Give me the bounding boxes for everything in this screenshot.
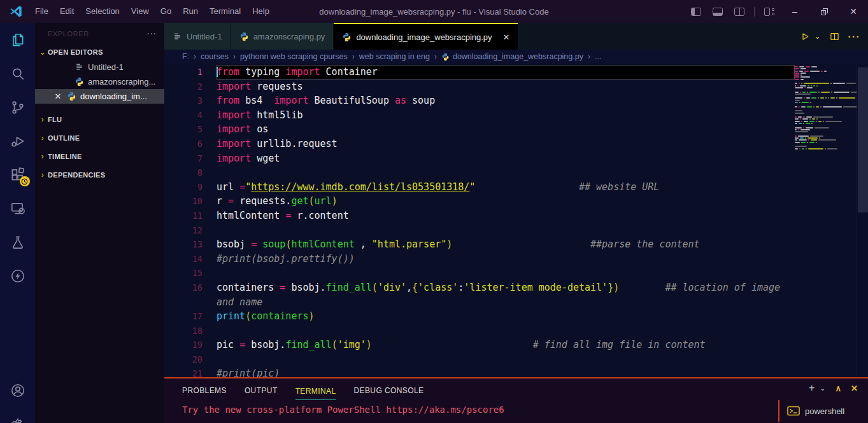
menu-terminal[interactable]: Terminal: [204, 0, 246, 23]
code-line: 5import os: [164, 122, 795, 137]
extensions-icon[interactable]: [8, 166, 27, 184]
panel-tab-terminal[interactable]: TERMINAL: [295, 387, 336, 400]
settings-icon[interactable]: [8, 415, 27, 423]
open-editor-item[interactable]: Untitled-1: [35, 60, 164, 74]
code-line-text: [217, 165, 795, 180]
editor-tab[interactable]: downloading_image_websracping.py✕: [334, 23, 518, 50]
sidebar-more-icon[interactable]: ⋯: [146, 28, 157, 39]
minimap-line: [795, 79, 857, 80]
open-editors-list: Untitled-1amazonscraping...✕downloading_…: [35, 60, 164, 104]
code-line-text: containers = bsobj.find_all('div',{'clas…: [217, 281, 795, 295]
minimap[interactable]: [795, 66, 857, 150]
menu-view[interactable]: View: [125, 0, 155, 23]
close-panel-icon[interactable]: ✕: [851, 384, 858, 392]
line-number: 15: [164, 266, 217, 281]
close-icon[interactable]: ✕: [503, 32, 510, 42]
code-line: and name: [164, 295, 795, 310]
code-area[interactable]: 1from typing import Container2import req…: [164, 65, 795, 377]
open-editors-header[interactable]: ⌄ OPEN EDITORS: [35, 45, 164, 60]
split-editor-icon[interactable]: [829, 31, 840, 42]
thunder-icon[interactable]: [8, 267, 27, 285]
panel-tab-debug-console[interactable]: DEBUG CONSOLE: [354, 386, 424, 400]
open-editor-item[interactable]: amazonscraping...: [35, 74, 164, 89]
menu-run[interactable]: Run: [177, 0, 204, 23]
minimap-line: [795, 148, 857, 149]
minimap-line: [795, 81, 857, 82]
minimap-line: [795, 89, 857, 90]
panel-tab-problems[interactable]: PROBLEMS: [182, 386, 227, 400]
breadcrumb-label: courses: [201, 52, 229, 61]
testing-icon[interactable]: [8, 233, 27, 251]
menu-selection[interactable]: Selection: [80, 0, 125, 23]
close-window-button[interactable]: ✕: [839, 0, 868, 23]
breadcrumb-item[interactable]: downloading_image_websracping.py: [441, 52, 583, 61]
minimap-line: [795, 144, 857, 145]
terminal-dropdown-chevron-icon[interactable]: ⌄: [820, 385, 825, 392]
open-editors-label: OPEN EDITORS: [48, 48, 103, 56]
editor-scrollbar[interactable]: [857, 64, 868, 377]
menu-file[interactable]: File: [29, 0, 54, 23]
panel-tab-output[interactable]: OUTPUT: [245, 386, 278, 400]
breadcrumb-item[interactable]: F:: [182, 52, 189, 61]
run-dropdown-chevron-icon[interactable]: ⌄: [814, 32, 820, 41]
terminal-body[interactable]: Try the new cross-platform PowerShell ht…: [164, 400, 868, 423]
code-line-text: [217, 266, 795, 281]
code-line: 7import wget: [164, 151, 795, 166]
editor-more-actions-icon[interactable]: ···: [848, 31, 861, 42]
explorer-icon[interactable]: [8, 31, 27, 49]
titlebar-left: FileEditSelectionViewGoRunTerminalHelp: [0, 0, 275, 23]
minimize-button[interactable]: –: [780, 0, 809, 23]
minimap-line: [795, 135, 857, 137]
code-line: 9url ="https://www.imdb.com/list/ls05350…: [164, 180, 795, 195]
minimap-line: [795, 116, 857, 118]
open-editor-item[interactable]: ✕downloading_im...: [35, 89, 164, 104]
menu-edit[interactable]: Edit: [54, 0, 80, 23]
menu-go[interactable]: Go: [155, 0, 177, 23]
scrollbar-slider[interactable]: [858, 67, 868, 212]
code-line: 21#print(pic): [164, 366, 795, 377]
close-icon[interactable]: ✕: [53, 92, 63, 101]
section-flu[interactable]: ›FLU: [35, 111, 164, 128]
line-number: 21: [164, 366, 217, 377]
minimap-line: [795, 134, 857, 135]
terminal-list-item[interactable]: powershell: [778, 400, 868, 422]
run-button[interactable]: [800, 31, 811, 42]
toggle-secondary-sidebar-icon[interactable]: [734, 8, 744, 16]
minimap-line: [795, 131, 857, 132]
account-icon[interactable]: [8, 382, 27, 399]
source-control-icon[interactable]: [8, 99, 27, 116]
minimap-line: [795, 100, 857, 101]
breadcrumb-item[interactable]: courses: [201, 52, 229, 61]
code-line-text: #print(pic): [217, 366, 795, 377]
minimap-line: [795, 92, 857, 93]
minimap-line: [795, 121, 857, 122]
minimap-line: [795, 76, 857, 78]
restore-button[interactable]: [809, 0, 839, 23]
toggle-panel-icon[interactable]: [713, 8, 723, 16]
maximize-panel-icon[interactable]: ∧: [836, 384, 842, 392]
section-dependencies[interactable]: ›DEPENDENCIES: [35, 167, 164, 183]
remote-explorer-icon[interactable]: [8, 200, 27, 218]
section-timeline[interactable]: ›TIMELINE: [35, 148, 164, 165]
customize-layout-icon[interactable]: [764, 8, 774, 16]
section-outline[interactable]: ›OUTLINE: [35, 130, 164, 146]
code-line-text: [217, 352, 795, 367]
new-terminal-icon[interactable]: +: [809, 383, 815, 393]
code-editor[interactable]: 1from typing import Container2import req…: [164, 64, 868, 377]
chevron-down-icon: ⌄: [38, 48, 48, 57]
editor-tab[interactable]: Untitled-1: [164, 23, 231, 50]
breadcrumb-item[interactable]: ...: [595, 52, 601, 61]
breadcrumb-item[interactable]: pythonn web scraping cpurses: [240, 52, 348, 61]
window-title: downloading_image_websracping.py - flu -…: [319, 7, 548, 17]
toggle-sidebar-icon[interactable]: [691, 8, 701, 16]
menu-help[interactable]: Help: [246, 0, 275, 23]
line-number: 14: [164, 252, 217, 267]
search-icon[interactable]: [8, 65, 27, 83]
line-number: 5: [164, 122, 217, 137]
code-line-text: import html5lib: [217, 108, 795, 123]
line-number: 18: [164, 324, 217, 338]
run-debug-icon[interactable]: [8, 132, 27, 150]
editor-tab[interactable]: amazonscraping.py: [231, 23, 334, 50]
code-line-text: import requests: [217, 80, 795, 94]
breadcrumb-item[interactable]: web scraping in eng: [359, 52, 430, 61]
